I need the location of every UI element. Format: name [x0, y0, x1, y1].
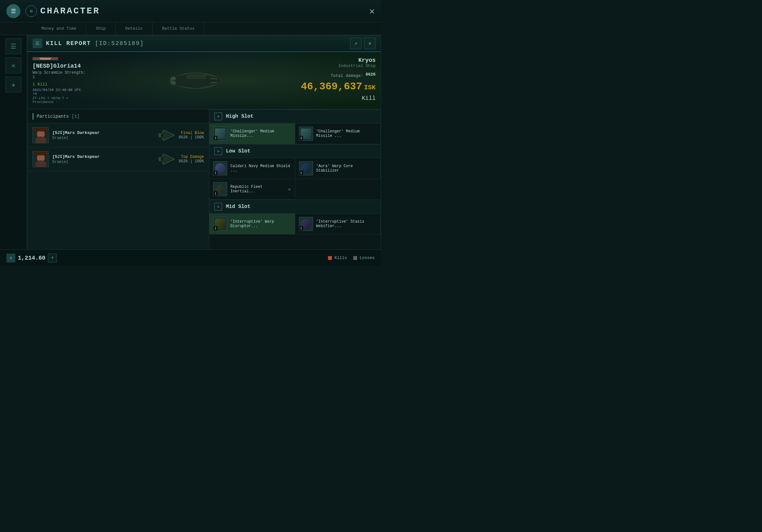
export-icon: ↗: [354, 40, 357, 46]
participant-info-1: [SJI]Mars Darkspear Dramiel: [52, 130, 157, 140]
kill-player-name: [NESD]Gloria14: [33, 63, 81, 69]
mid-slot-items: 1 'Interruptive' Warp Disruptor... 1 'In…: [209, 214, 381, 234]
mid-slot-header: ⊕ Mid Slot: [209, 200, 381, 214]
participant-avatar-1: [33, 127, 48, 143]
tab-battle-status[interactable]: Battle Status: [153, 22, 204, 35]
panel-header-buttons: ↗ ✕: [350, 37, 376, 49]
kill-location: ZT-LPU < HS7W-T < Providence ·: [33, 96, 86, 104]
sidebar-button-hamburger[interactable]: ☰: [5, 38, 21, 54]
close-window-button[interactable]: ✕: [369, 6, 375, 17]
sidebar-button-star[interactable]: ★: [5, 77, 21, 93]
sidebar-hamburger-icon: ☰: [11, 42, 16, 50]
page-title: CHARACTER: [40, 6, 100, 16]
high-slot-items: 1 'Challenger' Medium Missile... 1 'Chal…: [209, 123, 381, 144]
high-slot-icon-2: 1: [299, 127, 313, 141]
add-currency-button[interactable]: +: [48, 253, 57, 262]
svg-rect-10: [33, 128, 48, 131]
participant-avatar-2: [33, 151, 48, 167]
low-slot-title: Low Slot: [226, 148, 251, 154]
currency-icon: ⊕: [6, 253, 15, 262]
damage-value: 8626: [366, 72, 376, 77]
kill-avatar-area: [NESD]Gloria14 Warp Scramble Strength: 1…: [28, 52, 91, 109]
currency-symbol: ⊕: [10, 255, 12, 261]
kills-legend-label: Kills: [335, 255, 347, 260]
low-slot-icon-2: 1: [299, 162, 313, 175]
high-slot-title: High Slot: [226, 113, 253, 119]
ship-icon-1: [157, 127, 176, 143]
low-slot-icon-3: 1: [213, 182, 227, 196]
participants-header: Participants [1]: [28, 109, 209, 123]
participant-stats-2: Top Damage 8626 | 100%: [179, 155, 204, 164]
panel-close-icon: ✕: [368, 40, 371, 46]
add-icon: +: [51, 255, 54, 261]
mid-slot-item-2[interactable]: 1 'Interruptive' Stasis Webifier...: [295, 214, 381, 234]
ship-type: Industrial Ship: [338, 63, 376, 68]
participant-label-2: Top Damage: [179, 155, 204, 159]
mid-slot-icon: ⊕: [214, 203, 222, 211]
svg-point-14: [159, 133, 161, 137]
svg-rect-17: [33, 152, 48, 155]
participant-stats-1: Final Blow 8626 | 100%: [179, 131, 204, 140]
damage-label: Total damage:: [331, 73, 363, 78]
high-slot-item-1[interactable]: 1 'Challenger' Medium Missile...: [209, 123, 295, 144]
mid-slot-name-2: 'Interruptive' Stasis Webifier...: [316, 220, 377, 229]
panel-header: ☰ KILL REPORT [ID:5285189] ↗ ✕: [28, 35, 381, 52]
losses-dot: [353, 256, 357, 260]
ship-silhouette: [161, 60, 231, 101]
slot-item-close-button[interactable]: ✕: [288, 187, 291, 192]
tab-ship[interactable]: Ship: [86, 22, 115, 35]
kill-report-title-text: KILL REPORT: [46, 40, 91, 46]
export-button[interactable]: ↗: [350, 37, 361, 49]
low-slot-name-3: Republic Fleet Inertial...: [230, 185, 287, 194]
bottom-legend: Kills Losses: [328, 255, 375, 260]
svg-point-7: [170, 78, 173, 83]
svg-rect-2: [188, 73, 204, 75]
kill-info-section: [NESD]Gloria14 Warp Scramble Strength: 1…: [28, 52, 381, 109]
high-slot-name-2: 'Challenger' Medium Missile ...: [316, 129, 377, 138]
top-bar: ☰ ⊕ CHARACTER ✕: [0, 0, 381, 22]
character-symbol: ⊕: [30, 8, 33, 14]
low-slot-name-1: Caldari Navy Medium Shield ...: [230, 164, 291, 173]
tab-details[interactable]: Details: [115, 22, 153, 35]
ship-icon-2: [157, 151, 176, 167]
low-slot-name-2: 'Aura' Warp Core Stabilizer: [316, 164, 377, 173]
kill-stats-area: Kryos Industrial Ship Total damage: 8626…: [301, 52, 381, 109]
isk-label: ISK: [364, 84, 376, 91]
panel-title: KILL REPORT [ID:5285189]: [46, 40, 144, 46]
tab-money-time[interactable]: Money and Time: [32, 22, 86, 35]
accent-bar: [33, 113, 34, 120]
high-slot-item-2[interactable]: 1 'Challenger' Medium Missile ...: [295, 123, 381, 144]
svg-rect-1: [187, 76, 206, 79]
low-slot-item-2[interactable]: 1 'Aura' Warp Core Stabilizer: [295, 158, 381, 179]
participant-damage-1: 8626: [179, 135, 188, 140]
mid-slot-icon-1: 1: [213, 217, 227, 231]
high-slot-header: ⊕ High Slot: [209, 109, 381, 123]
sidebar-star-icon: ★: [12, 81, 15, 89]
low-slot-item-1[interactable]: 1 Caldari Navy Medium Shield ...: [209, 158, 295, 179]
mid-slot-item-1[interactable]: 1 'Interruptive' Warp Disruptor...: [209, 214, 295, 234]
low-slot-item-3[interactable]: 1 Republic Fleet Inertial... ✕: [209, 179, 295, 200]
low-slot-icon: ⊕: [214, 147, 222, 155]
participant-name-1: [SJI]Mars Darkspear: [52, 130, 157, 135]
participant-label-1: Final Blow: [179, 131, 204, 135]
sidebar-close-icon: ✕: [12, 62, 15, 70]
high-slot-icon: ⊕: [214, 112, 222, 120]
low-slot-icon-1: 1: [213, 162, 227, 175]
low-slot-header: ⊕ Low Slot: [209, 144, 381, 158]
participant-row-2[interactable]: [SJI]Mars Darkspear Dramiel: [28, 147, 209, 171]
menu-button[interactable]: ☰: [6, 4, 21, 18]
kill-avatar: [33, 57, 58, 60]
kill-player-attr: Warp Scramble Strength: 1: [33, 71, 86, 79]
participant-row[interactable]: [SJI]Mars Darkspear Dramiel: [28, 123, 209, 147]
mid-slot-icon-2: 1: [299, 217, 313, 231]
participants-panel: Participants [1] [: [28, 109, 209, 249]
panel-close-button[interactable]: ✕: [364, 37, 376, 49]
participant-ship-1: Dramiel: [52, 136, 157, 140]
hamburger-icon: ☰: [11, 8, 16, 15]
ship-image-area: [91, 52, 301, 109]
participants-title: Participants [1]: [37, 114, 79, 119]
kill-count-badge: 1 Kill: [33, 82, 47, 87]
sidebar-button-close[interactable]: ✕: [5, 57, 21, 73]
kill-timestamp: 2021/04/28 22:48:06 UTC +3: [33, 88, 86, 96]
panel-menu-icon[interactable]: ☰: [33, 38, 42, 48]
